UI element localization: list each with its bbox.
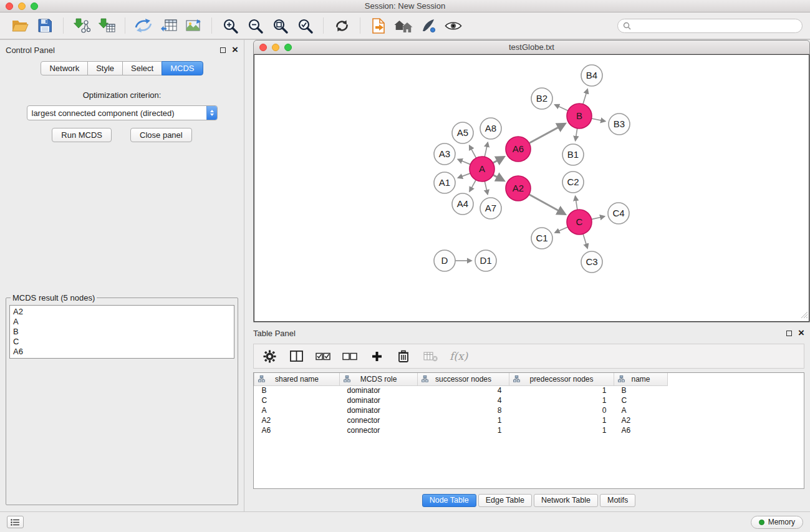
node-C[interactable]: C [567,210,592,235]
node-D1[interactable]: D1 [475,250,496,271]
table-cell[interactable]: 1 [509,385,614,395]
table-cell[interactable]: 4 [418,395,509,405]
table-tab-network-table[interactable]: Network Table [534,494,598,507]
mcds-result-item[interactable]: C [13,337,231,347]
table-cell[interactable]: C [614,395,668,405]
minimize-window-button[interactable] [18,2,26,10]
settings-button[interactable] [262,347,277,365]
network-graph[interactable]: AA6A2BCA5A8A3A1A4A7B2B4B3B1C2C4C1C3DD1 [254,55,808,321]
node-D[interactable]: D [434,250,455,271]
node-B[interactable]: B [567,104,592,128]
import-table-file-button[interactable] [94,15,119,36]
float-panel-icon[interactable] [220,47,226,53]
network-canvas[interactable]: AA6A2BCA5A8A3A1A4A7B2B4B3B1C2C4C1C3DD1 [254,54,809,322]
node-A[interactable]: A [470,157,494,181]
network-window-titlebar[interactable]: testGlobe.txt [254,41,809,54]
table-cell[interactable]: dominator [340,385,418,395]
table-cell[interactable]: 1 [418,415,509,425]
table-tab-motifs[interactable]: Motifs [600,494,635,507]
home-button[interactable] [391,15,416,36]
network-close-button[interactable] [259,44,267,51]
edge-A-A6[interactable] [493,157,504,163]
edge-A-A5[interactable] [470,145,476,158]
zoom-in-button[interactable] [218,15,243,36]
table-cell[interactable]: 1 [509,415,614,425]
zoom-window-button[interactable] [31,2,38,10]
apply-layout-button[interactable] [329,15,354,36]
table-cell[interactable]: A2 [614,415,668,425]
table-cell[interactable]: A [614,405,668,415]
session-doc-button[interactable] [366,15,391,36]
zoom-selected-button[interactable] [292,15,317,36]
column-header-successor-nodes[interactable]: successor nodes [418,373,509,385]
table-cell[interactable]: A [254,405,340,415]
node-A5[interactable]: A5 [452,122,473,143]
close-panel-icon[interactable]: × [232,46,238,54]
tab-style[interactable]: Style [87,61,123,75]
table-cell[interactable]: 1 [418,425,509,435]
edge-A-A2[interactable] [493,175,504,180]
table-cell[interactable]: 1 [509,395,614,405]
edge-A-A8[interactable] [485,143,488,157]
edge-A2-C[interactable] [529,195,566,215]
edge-B-B3[interactable] [592,118,605,121]
table-cell[interactable]: connector [340,415,418,425]
node-A3[interactable]: A3 [434,143,455,165]
optimization-criterion-select[interactable]: largest connected component (directed) [27,105,218,120]
table-row[interactable]: Cdominator41C [254,395,804,405]
table-row[interactable]: Adominator80A [254,405,804,415]
network-minimize-button[interactable] [272,44,279,51]
close-panel-button[interactable]: Close panel [130,128,192,142]
import-table-url-button[interactable] [156,15,181,36]
delete-table-button[interactable] [423,347,438,365]
edge-B-B2[interactable] [555,105,568,111]
edge-A-A3[interactable] [458,160,470,165]
memory-button[interactable]: Memory [751,516,803,529]
table-cell[interactable]: A6 [614,425,668,435]
node-B3[interactable]: B3 [609,114,630,135]
column-header-name[interactable]: name [614,373,668,385]
node-C4[interactable]: C4 [608,203,629,224]
edge-B-B1[interactable] [576,128,577,141]
show-details-eye-button[interactable] [441,15,466,36]
network-from-selection-button[interactable] [131,15,156,36]
edge-B-B4[interactable] [583,89,587,104]
search-box[interactable] [617,19,803,33]
close-window-button[interactable] [6,2,13,10]
node-C3[interactable]: C3 [581,251,602,273]
node-A1[interactable]: A1 [434,172,455,193]
add-button[interactable] [369,347,384,365]
table-cell[interactable]: 1 [509,425,614,435]
table-cell[interactable]: dominator [340,395,418,405]
table-tab-node-table[interactable]: Node Table [422,494,476,507]
open-file-button[interactable] [7,15,32,36]
edge-C-C2[interactable] [576,196,577,210]
style-brush-button[interactable] [416,15,441,36]
mcds-result-item[interactable]: B [13,327,231,337]
delete-button[interactable] [396,347,411,365]
table-cell[interactable]: B [254,385,340,395]
tab-mcds[interactable]: MCDS [162,61,203,75]
edge-A-A1[interactable] [458,173,471,178]
float-table-panel-icon[interactable] [786,331,792,336]
table-cell[interactable]: dominator [340,405,418,415]
table-tab-edge-table[interactable]: Edge Table [478,494,532,507]
edge-A6-B[interactable] [529,123,566,143]
table-row[interactable]: A6connector11A6 [254,425,804,435]
node-table[interactable]: shared nameMCDS rolesuccessor nodesprede… [253,372,804,489]
table-cell[interactable]: A2 [254,415,340,425]
node-B2[interactable]: B2 [531,88,552,109]
zoom-out-button[interactable] [243,15,268,36]
table-cell[interactable]: B [614,385,668,395]
column-header-MCDS-role[interactable]: MCDS role [340,373,418,385]
save-session-button[interactable] [32,15,57,36]
edge-A-A7[interactable] [485,181,488,195]
search-input[interactable] [634,21,797,30]
table-row[interactable]: A2connector11A2 [254,415,804,425]
zoom-fit-button[interactable] [268,15,292,36]
columns-button[interactable] [289,347,304,365]
table-cell[interactable]: 0 [509,405,614,415]
run-mcds-button[interactable]: Run MCDS [52,128,112,142]
node-A7[interactable]: A7 [480,198,501,219]
edge-A-A4[interactable] [470,180,476,191]
